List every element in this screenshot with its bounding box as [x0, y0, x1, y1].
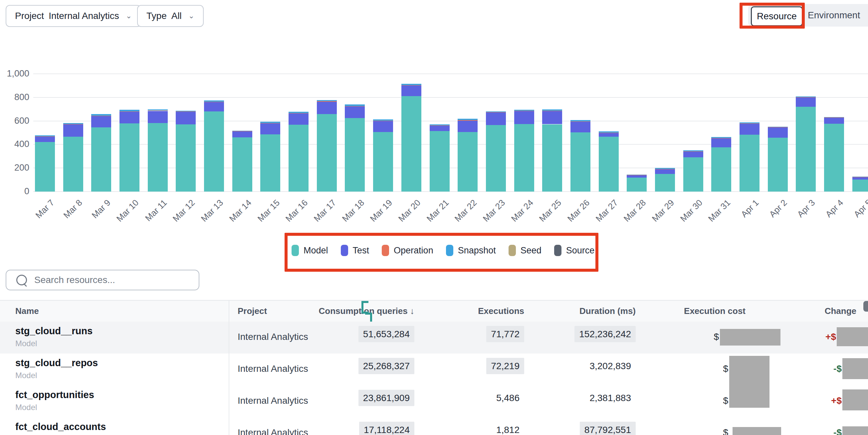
bar-segment-test	[401, 86, 421, 96]
bar-segment-operation	[486, 112, 506, 112]
bar-segment-snapshot	[486, 111, 506, 112]
annotation-box-resource	[740, 3, 805, 29]
bar-segment-operation	[120, 111, 140, 112]
col-header-duration[interactable]: Duration (ms)	[580, 306, 636, 316]
bar-segment-operation	[599, 133, 619, 133]
executions-cell: 1,812	[492, 425, 524, 435]
bar-segment-snapshot	[740, 122, 760, 123]
executions-cell: 5,486	[492, 393, 524, 403]
bar-segment-operation	[373, 121, 393, 121]
bar-segment-operation	[627, 175, 647, 175]
execution-cost-prefix: $	[723, 364, 728, 374]
col-header-execution-cost[interactable]: Execution cost	[684, 306, 746, 316]
search-resources-input[interactable]: Search resources...	[6, 270, 199, 290]
bar-segment-snapshot	[288, 112, 309, 113]
y-axis-tick-label: 200	[0, 163, 29, 173]
bar-segment-model	[317, 114, 337, 192]
col-header-change[interactable]: Change	[825, 306, 856, 316]
y-axis-tick-label: 800	[0, 92, 29, 102]
bar-segment-model	[458, 132, 477, 192]
x-axis-tick-label: Mar 16	[284, 198, 310, 224]
x-axis-tick-label: Mar 15	[255, 198, 282, 224]
bar-segment-test	[120, 112, 140, 123]
table-scrollbar-thumb[interactable]	[863, 301, 868, 312]
execution-cost-prefix: $	[723, 427, 728, 435]
x-axis-tick-label: Mar 25	[537, 198, 563, 224]
bar-segment-test	[486, 112, 506, 125]
bar-segment-operation	[401, 85, 421, 86]
bar-segment-model	[232, 137, 252, 192]
bar-segment-model	[91, 127, 111, 192]
x-axis-tick-label: Mar 21	[424, 198, 451, 224]
bar-segment-test	[796, 97, 816, 107]
change-redaction-row4	[842, 426, 868, 435]
bar-segment-model	[373, 132, 393, 192]
bar-segment-model	[655, 174, 675, 192]
type-filter-dropdown[interactable]: Type All ⌄	[137, 5, 204, 27]
bar-segment-model	[204, 111, 224, 192]
project-cell: Internal Analytics	[238, 364, 308, 374]
bar-segment-snapshot	[260, 122, 280, 123]
bar-segment-operation	[91, 116, 111, 116]
resource-type: Model	[15, 339, 37, 348]
x-axis-tick-label: Mar 18	[340, 198, 366, 224]
project-filter-value: Internal Analytics	[49, 11, 119, 21]
x-axis-tick-label: Apr 2	[767, 198, 789, 220]
bar-segment-operation	[542, 111, 562, 111]
table-header: Name Project Consumption queries ↓ Execu…	[0, 300, 868, 323]
x-axis-tick-label: Mar 31	[706, 198, 733, 224]
annotation-box-legend	[285, 233, 598, 272]
bar-segment-model	[824, 124, 844, 192]
y-axis-tick-label: 0	[0, 186, 29, 197]
bar-segment-snapshot	[570, 120, 590, 122]
gridline	[33, 73, 868, 74]
bar-segment-model	[63, 137, 83, 192]
bar-segment-test	[204, 102, 224, 111]
bar-segment-operation	[824, 118, 844, 118]
change-prefix: +$	[826, 332, 836, 342]
bar-segment-operation	[288, 113, 309, 113]
bar-segment-snapshot	[683, 150, 703, 151]
environment-label: Environment	[808, 10, 860, 20]
x-axis-tick-label: Apr 5	[852, 198, 868, 220]
bar-segment-model	[401, 96, 421, 192]
consumption-queries-cell: 23,861,909	[359, 393, 414, 403]
col-header-project[interactable]: Project	[238, 306, 267, 316]
bar-segment-snapshot	[824, 117, 844, 118]
bar-segment-snapshot	[317, 100, 337, 101]
project-filter-dropdown[interactable]: Project Internal Analytics ⌄	[6, 5, 141, 27]
x-axis-tick-label: Mar 19	[368, 198, 394, 224]
bar-segment-snapshot	[373, 120, 393, 121]
x-axis-tick-label: Mar 30	[678, 198, 704, 224]
bar-segment-test	[627, 175, 647, 177]
cost-redaction-row1	[720, 329, 780, 345]
bar-segment-snapshot	[401, 84, 421, 85]
bar-segment-model	[148, 123, 168, 192]
bar-segment-model	[599, 137, 619, 192]
project-cell: Internal Analytics	[238, 395, 308, 406]
bar-segment-test	[683, 152, 703, 158]
x-axis-tick-label: Mar 23	[481, 198, 507, 224]
gridline	[33, 97, 868, 98]
consumption-queries-cell: 51,653,284	[359, 329, 414, 340]
bar-segment-test	[176, 112, 196, 124]
resource-name: stg_cloud__runs	[15, 326, 93, 337]
bar-segment-test	[542, 111, 562, 124]
bar-segment-model	[260, 134, 280, 192]
toggle-environment-button[interactable]: Environment	[808, 10, 860, 21]
project-cell: Internal Analytics	[238, 332, 308, 342]
col-header-executions[interactable]: Executions	[478, 306, 524, 316]
bar-segment-model	[570, 132, 590, 192]
cost-redaction-rows2-3	[729, 356, 770, 408]
x-axis-tick-label: Mar 11	[143, 198, 169, 224]
bar-segment-model	[288, 125, 309, 192]
y-axis-tick-label: 400	[0, 139, 29, 149]
x-axis-tick-label: Mar 17	[312, 198, 338, 224]
bar-segment-operation	[655, 169, 675, 169]
bar-segment-operation	[796, 97, 816, 97]
bar-segment-test	[514, 111, 534, 124]
bar-segment-model	[486, 125, 506, 192]
bar-segment-model	[176, 124, 196, 192]
col-header-name[interactable]: Name	[15, 306, 39, 316]
bar-segment-test	[148, 111, 168, 123]
